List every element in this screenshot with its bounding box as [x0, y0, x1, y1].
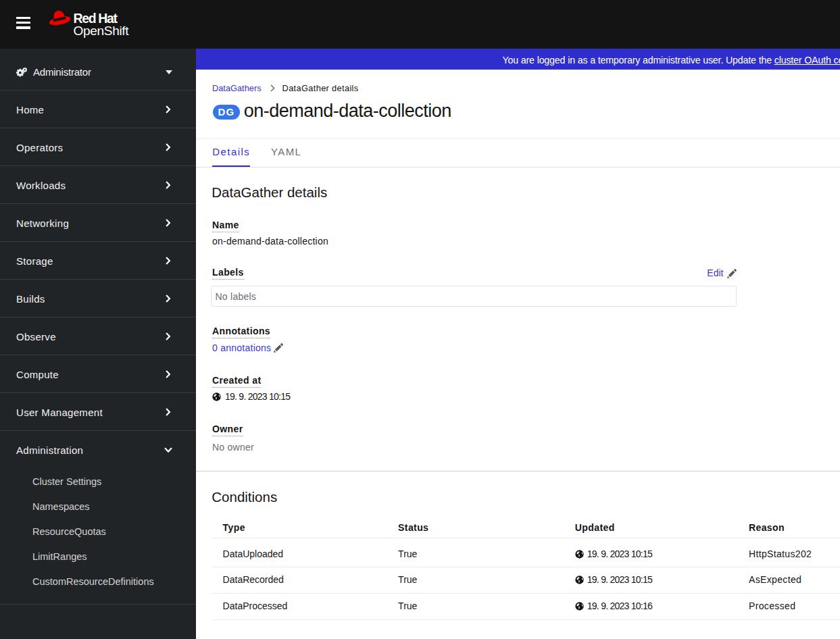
administration-sublist: Cluster Settings Namespaces ResourceQuot… [0, 468, 196, 604]
chevron-right-icon [166, 408, 170, 416]
condition-type: DataUploaded [212, 538, 388, 567]
app: Red Hat OpenShift [0, 0, 840, 639]
chevron-right-icon [166, 105, 170, 113]
banner-text: You are logged in as a temporary adminis… [503, 50, 840, 70]
sidebar-subitem-label: ResourceQuotas [32, 526, 106, 537]
labels-label: Labels [212, 266, 244, 280]
sidebar-subitem-namespaces[interactable]: Namespaces [0, 494, 196, 519]
sidebar-item-label: Compute [16, 369, 59, 380]
hamburger-icon [16, 17, 30, 19]
pencil-icon [273, 342, 284, 353]
sidebar-item-label: Builds [16, 293, 45, 305]
created-at-value: 19. 9. 2023 10:15 [212, 390, 290, 404]
nav-list: Home Operators Workloads Networking Stor… [0, 91, 196, 605]
created-at-timestamp: 19. 9. 2023 10:15 [225, 391, 290, 402]
condition-updated: 19. 9. 2023 10:16 [564, 593, 738, 619]
col-updated: Updated [564, 519, 738, 538]
login-banner: You are logged in as a temporary adminis… [196, 49, 840, 70]
globe-icon [575, 550, 584, 559]
labels-label-text: Labels [212, 266, 244, 280]
redhat-fedora-icon [48, 8, 70, 26]
sidebar-subitem-limitranges[interactable]: LimitRanges [0, 544, 196, 569]
sidebar-subitem-label: Namespaces [32, 501, 90, 512]
perspective-switcher[interactable]: Administrator [0, 49, 196, 91]
caret-down-icon [166, 70, 172, 74]
annotations-label-text: Annotations [212, 325, 270, 338]
sidebar-subitem-label: LimitRanges [32, 551, 87, 562]
cluster-oauth-link[interactable]: cluster OAuth configuration [774, 55, 840, 66]
breadcrumb-current: DataGather details [282, 82, 359, 94]
sidebar-item-label: Administration [16, 444, 83, 456]
annotations-edit-link[interactable]: 0 annotations [212, 342, 271, 353]
sidebar-item-home[interactable]: Home [0, 91, 196, 128]
condition-updated-text: 19. 9. 2023 10:16 [587, 600, 652, 611]
sidebar-item-label: Home [16, 104, 44, 116]
chevron-right-icon [166, 257, 170, 265]
sidebar-item-compute[interactable]: Compute [0, 355, 196, 393]
condition-status: True [387, 593, 564, 619]
name-label: Name [212, 219, 239, 232]
condition-status: True [387, 538, 564, 567]
cogs-icon [16, 68, 27, 77]
breadcrumb-separator-icon [270, 84, 275, 92]
sidebar-section-administration: Administration Cluster Settings Namespac… [0, 431, 196, 605]
condition-reason: AsExpected [738, 567, 840, 593]
condition-updated-text: 19. 9. 2023 10:15 [587, 574, 652, 585]
section-divider [196, 471, 840, 471]
masthead: Red Hat OpenShift [0, 0, 840, 49]
created-at-label: Created at [212, 374, 261, 388]
nav-toggle-button[interactable] [16, 17, 31, 30]
tab-details[interactable]: Details [212, 139, 250, 167]
sidebar: Administrator Home Operators Workloads N… [0, 49, 196, 639]
sidebar-item-administration[interactable]: Administration [0, 431, 196, 468]
col-reason: Reason [738, 519, 840, 538]
page-title: on-demand-data-collection [244, 100, 451, 122]
tabs: Details YAML [196, 138, 840, 168]
sidebar-subitem-resourcequotas[interactable]: ResourceQuotas [0, 519, 196, 544]
chevron-right-icon [166, 370, 170, 378]
col-status: Status [387, 519, 564, 538]
labels-edit-button[interactable]: Edit [707, 267, 737, 280]
annotations-value: 0 annotations [212, 341, 284, 355]
owner-value: No owner [212, 440, 254, 455]
chevron-down-icon [164, 447, 172, 453]
pencil-icon [726, 268, 737, 279]
sidebar-subitem-customresourcedefinitions[interactable]: CustomResourceDefinitions [0, 569, 196, 594]
breadcrumb-datagathers-link[interactable]: DataGathers [212, 82, 262, 94]
chevron-right-icon [166, 219, 170, 227]
sidebar-item-label: Workloads [16, 180, 66, 191]
sidebar-item-user-management[interactable]: User Management [0, 393, 196, 431]
brand-line2: OpenShift [74, 25, 129, 37]
chevron-right-icon [166, 332, 170, 340]
sidebar-item-workloads[interactable]: Workloads [0, 166, 196, 204]
breadcrumb: DataGathers DataGather details [212, 82, 359, 94]
sidebar-subitem-label: Cluster Settings [32, 476, 101, 487]
brand-logo[interactable]: Red Hat OpenShift [48, 9, 128, 37]
sidebar-item-label: Operators [16, 142, 63, 153]
condition-row: DataRecorded True 19. 9. 2023 10:15 AsEx… [212, 567, 840, 593]
sidebar-item-storage[interactable]: Storage [0, 242, 196, 280]
brand-text: Red Hat OpenShift [74, 9, 129, 37]
condition-updated-text: 19. 9. 2023 10:15 [587, 548, 652, 559]
condition-type: DataProcessed [212, 593, 388, 619]
sidebar-subitem-cluster-settings[interactable]: Cluster Settings [0, 469, 196, 494]
tab-yaml[interactable]: YAML [271, 139, 302, 167]
condition-row: DataUploaded True 19. 9. 2023 10:15 Http… [212, 538, 840, 567]
chevron-right-icon [166, 181, 170, 189]
globe-icon [212, 392, 221, 401]
sidebar-item-label: Storage [16, 255, 53, 267]
condition-reason: HttpStatus202 [738, 538, 840, 567]
sidebar-item-label: User Management [16, 407, 103, 418]
sidebar-item-builds[interactable]: Builds [0, 280, 196, 317]
sidebar-item-operators[interactable]: Operators [0, 128, 196, 166]
condition-updated: 19. 9. 2023 10:15 [564, 538, 738, 567]
conditions-header-row: Type Status Updated Reason [212, 519, 840, 538]
labels-group[interactable]: No labels [211, 286, 737, 307]
sidebar-item-label: Observe [16, 331, 56, 342]
name-value: on-demand-data-collection [212, 234, 328, 249]
labels-empty-text: No labels [216, 287, 257, 307]
sidebar-item-observe[interactable]: Observe [0, 317, 196, 355]
sidebar-item-networking[interactable]: Networking [0, 204, 196, 242]
perspective-label: Administrator [33, 66, 91, 78]
conditions-table: Type Status Updated Reason DataUploaded … [212, 519, 840, 619]
